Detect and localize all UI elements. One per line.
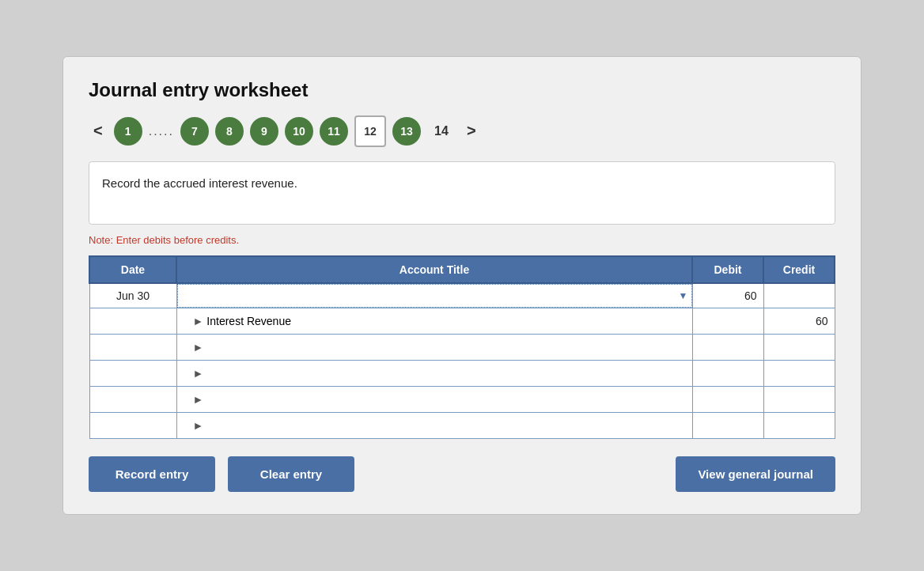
debit-cell <box>692 308 763 335</box>
table-row: ► <box>89 335 835 361</box>
page-btn-8[interactable]: 8 <box>215 117 244 146</box>
date-cell: Jun 30 <box>89 283 176 308</box>
debit-cell <box>692 387 763 413</box>
page-btn-1[interactable]: 1 <box>114 117 142 146</box>
page-btn-12-active[interactable]: 12 <box>354 115 386 147</box>
date-cell <box>89 361 176 387</box>
table-row: ► Interest Revenue 60 <box>89 308 835 335</box>
col-header-credit: Credit <box>763 256 835 283</box>
account-cell: ► <box>176 335 692 361</box>
record-entry-button[interactable]: Record entry <box>89 456 215 492</box>
page-title: Journal entry worksheet <box>89 79 835 101</box>
page-btn-9[interactable]: 9 <box>250 117 278 146</box>
buttons-row: Record entry Clear entry View general jo… <box>89 456 835 492</box>
instruction-text: Record the accrued interest revenue. <box>102 176 297 190</box>
credit-cell <box>763 413 835 439</box>
instruction-box: Record the accrued interest revenue. <box>89 161 835 225</box>
table-row: Jun 30 ▼ 60 <box>89 283 835 308</box>
account-cell: ▼ <box>176 283 692 308</box>
date-cell <box>89 387 176 413</box>
account-cell: ► <box>176 413 692 439</box>
date-cell <box>89 335 176 361</box>
clear-entry-button[interactable]: Clear entry <box>228 456 354 492</box>
account-cell: ► <box>176 361 692 387</box>
credit-cell <box>763 361 835 387</box>
col-header-date: Date <box>89 256 176 283</box>
col-header-account: Account Title <box>176 256 692 283</box>
table-row: ► <box>89 361 835 387</box>
account-name: Interest Revenue <box>206 315 291 327</box>
dropdown-arrow-icon[interactable]: ▼ <box>679 290 691 301</box>
indent-arrow-icon: ► <box>193 419 204 432</box>
page-btn-10[interactable]: 10 <box>285 117 313 146</box>
debit-cell <box>692 361 763 387</box>
indent-arrow-icon: ► <box>193 315 204 327</box>
indent-arrow-icon: ► <box>193 341 204 354</box>
debit-cell <box>692 413 763 439</box>
table-row: ► <box>89 413 835 439</box>
journal-table: Date Account Title Debit Credit Jun 30 ▼… <box>89 255 835 440</box>
pagination-bar: < 1 ..... 7 8 9 10 11 12 13 14 > <box>89 115 835 147</box>
page-btn-13[interactable]: 13 <box>392 117 421 146</box>
account-text-wrapper: ► <box>177 413 692 438</box>
prev-arrow[interactable]: < <box>89 120 108 142</box>
account-cell: ► <box>176 387 692 413</box>
note-text: Note: Enter debits before credits. <box>89 234 835 246</box>
page-btn-7[interactable]: 7 <box>180 117 209 146</box>
col-header-debit: Debit <box>692 256 763 283</box>
table-row: ► <box>89 387 835 413</box>
account-text-wrapper: ► <box>177 361 692 386</box>
page-btn-14[interactable]: 14 <box>427 117 456 146</box>
credit-cell <box>763 335 835 361</box>
account-text-wrapper: ► <box>177 335 692 360</box>
indent-arrow-icon: ► <box>193 367 204 380</box>
page-btn-11[interactable]: 11 <box>320 117 348 146</box>
credit-cell: 60 <box>763 308 835 335</box>
credit-cell <box>763 387 835 413</box>
account-text-wrapper: ► Interest Revenue <box>177 308 692 334</box>
account-input[interactable] <box>178 286 679 305</box>
debit-cell: 60 <box>692 283 763 308</box>
dot-separator: ..... <box>149 124 174 138</box>
account-text-wrapper: ► <box>177 387 692 412</box>
credit-cell <box>763 283 835 308</box>
date-cell <box>89 413 176 439</box>
debit-cell <box>692 335 763 361</box>
view-general-journal-button[interactable]: View general journal <box>676 456 835 492</box>
next-arrow[interactable]: > <box>462 120 481 142</box>
date-cell <box>89 308 176 335</box>
account-cell: ► Interest Revenue <box>176 308 692 335</box>
indent-arrow-icon: ► <box>193 393 204 406</box>
journal-entry-worksheet: Journal entry worksheet < 1 ..... 7 8 9 … <box>62 56 862 516</box>
account-input-wrapper[interactable]: ▼ <box>177 284 692 308</box>
